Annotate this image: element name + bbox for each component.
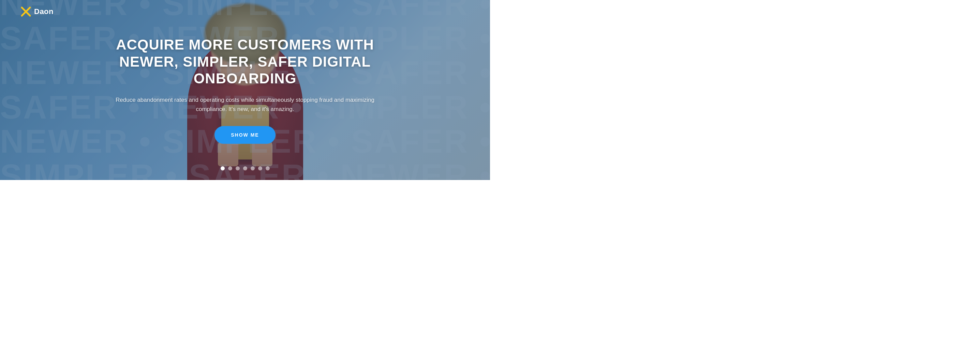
dot-3[interactable] — [235, 166, 240, 170]
dot-2[interactable] — [228, 166, 232, 170]
dot-6[interactable] — [258, 166, 262, 170]
hero-content: ACQUIRE MORE CUSTOMERS WITH NEWER, SIMPL… — [109, 36, 382, 144]
logo-link[interactable]: Daon — [21, 6, 54, 17]
hero-title: ACQUIRE MORE CUSTOMERS WITH NEWER, SIMPL… — [116, 36, 375, 87]
cta-button[interactable]: SHOW ME — [215, 126, 275, 144]
site-header: Daon SOLUTIONS PRODUCTS BIOMETRICS CUSTO… — [0, 0, 490, 23]
daon-x-icon — [21, 6, 31, 17]
hero-section: NEWER • SIMPLER • SAFER • NEWER • SIMPLE… — [0, 0, 490, 180]
dot-5[interactable] — [251, 166, 255, 170]
dot-1[interactable] — [221, 166, 225, 170]
logo-text: Daon — [34, 7, 54, 16]
hero-dots — [221, 166, 270, 170]
dot-4[interactable] — [243, 166, 247, 170]
dot-7[interactable] — [266, 166, 270, 170]
hero-subtitle: Reduce abandonment rates and operating c… — [116, 95, 375, 114]
